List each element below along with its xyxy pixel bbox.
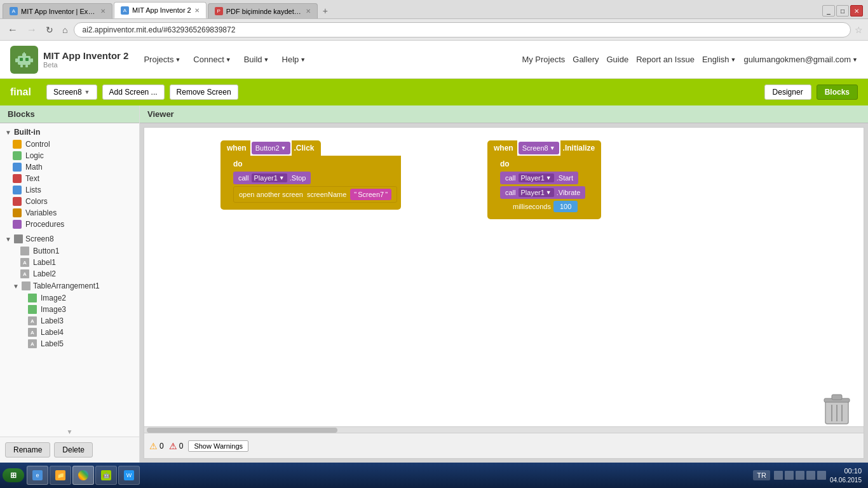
nav-connect[interactable]: Connect ▼ <box>188 52 236 67</box>
block2-call1-component: Player1▼ <box>519 173 554 182</box>
screen8-header[interactable]: ▼ Screen8 <box>0 233 139 245</box>
report-issue-link[interactable]: Report an Issue <box>636 55 695 64</box>
sidebar-item-label4[interactable]: A Label4 <box>0 327 139 338</box>
nav-connect-arrow: ▼ <box>226 57 231 63</box>
sidebar-item-label1[interactable]: A Label1 <box>0 257 139 268</box>
minimize-btn[interactable]: _ <box>822 5 835 17</box>
sidebar-item-image3[interactable]: Image3 <box>0 304 139 315</box>
block1-header: when Button2 ▼ .Click <box>220 140 401 156</box>
canvas-hscrollbar[interactable] <box>144 426 864 433</box>
sidebar-item-text[interactable]: Text <box>0 173 139 184</box>
project-name: final <box>10 86 31 98</box>
block1-component-arrow: ▼ <box>281 145 287 151</box>
sidebar-content: ▼ Built-in Control Logic Math <box>0 123 139 426</box>
nav-help[interactable]: Help ▼ <box>277 52 311 67</box>
label5-icon: A <box>28 339 37 348</box>
close-icon[interactable]: ✕ <box>100 8 105 15</box>
close-icon-active[interactable]: ✕ <box>194 7 200 14</box>
address-input[interactable] <box>74 22 851 37</box>
close-icon-pdf[interactable]: ✕ <box>306 8 311 15</box>
scrollbar-thumb[interactable] <box>147 428 337 433</box>
sidebar-item-label3[interactable]: A Label3 <box>0 315 139 327</box>
block1-call1[interactable]: call Player1▼ .Stop <box>233 172 311 184</box>
sidebar: Blocks ▼ Built-in Control Logic <box>0 105 140 463</box>
user-email[interactable]: gulumangokmen@gmail.com ▼ <box>744 55 858 64</box>
logo-beta: Beta <box>43 61 128 69</box>
new-tab-btn[interactable]: + <box>319 4 332 17</box>
close-window-btn[interactable]: ✕ <box>850 5 863 17</box>
rename-btn[interactable]: Rename <box>5 442 50 458</box>
sidebar-item-image2[interactable]: Image2 <box>0 292 139 304</box>
screen-selector-btn[interactable]: Screen8 ▼ <box>46 85 97 100</box>
sidebar-item-procedures[interactable]: Procedures <box>0 219 139 230</box>
taskbar-item-android[interactable]: 🤖 <box>95 466 117 485</box>
sidebar-item-variables[interactable]: Variables <box>0 207 139 219</box>
add-screen-btn[interactable]: Add Screen ... <box>102 85 165 100</box>
logic-label: Logic <box>25 151 44 160</box>
designer-btn[interactable]: Designer <box>764 85 811 100</box>
taskbar-item-app5[interactable]: W <box>118 466 140 485</box>
my-projects-link[interactable]: My Projects <box>522 55 565 64</box>
builtin-header[interactable]: ▼ Built-in <box>0 126 139 139</box>
math-color-box <box>13 163 22 172</box>
gallery-link[interactable]: Gallery <box>573 55 599 64</box>
trash-icon[interactable] <box>823 393 851 426</box>
nav-projects[interactable]: Projects ▼ <box>139 52 186 67</box>
sidebar-scroll-indicator: ▼ <box>0 426 139 437</box>
start-button[interactable]: ⊞ <box>3 468 24 482</box>
block2-call1[interactable]: call Player1▼ .Start <box>500 172 578 184</box>
tab-active[interactable]: A MIT App Inventor 2 ✕ <box>114 2 207 18</box>
sidebar-item-label5[interactable]: A Label5 <box>0 338 139 349</box>
show-warnings-btn[interactable]: Show Warnings <box>188 440 248 452</box>
viewer-canvas[interactable]: when Button2 ▼ .Click do call <box>144 127 864 459</box>
reload-btn[interactable]: ↻ <box>43 24 56 36</box>
sidebar-item-lists[interactable]: Lists <box>0 184 139 196</box>
button1-label: Button1 <box>33 247 59 255</box>
block1-call1-component: Player1▼ <box>252 173 287 182</box>
builtin-label: Built-in <box>14 128 40 137</box>
block2-call1-method: .Start <box>557 174 573 182</box>
bookmark-icon[interactable]: ☆ <box>855 25 863 35</box>
svg-rect-8 <box>25 65 28 67</box>
label1-label: Label1 <box>33 258 56 267</box>
screen8-label: Screen8 <box>25 234 54 243</box>
block-group-1: when Button2 ▼ .Click do call <box>220 140 401 210</box>
home-btn[interactable]: ⌂ <box>60 24 70 36</box>
block1-row1: call Player1▼ .Stop <box>233 172 397 184</box>
sidebar-item-math[interactable]: Math <box>0 161 139 173</box>
block2-call2[interactable]: call Player1▼ .Vibrate <box>500 186 585 199</box>
table-arrangement-header[interactable]: ▼ TableArrangement1 <box>0 280 139 292</box>
label3-icon: A <box>28 316 37 325</box>
explorer-icon: 📁 <box>55 470 65 480</box>
errors-count: 0 <box>179 442 184 451</box>
guide-link[interactable]: Guide <box>606 55 628 64</box>
block2-value-100[interactable]: 100 <box>553 201 578 212</box>
delete-btn[interactable]: Delete <box>54 442 93 458</box>
sidebar-item-logic[interactable]: Logic <box>0 150 139 161</box>
taskbar-item-explorer[interactable]: 📁 <box>50 466 71 485</box>
block2-component[interactable]: Screen8 ▼ <box>519 142 559 154</box>
sidebar-item-colors[interactable]: Colors <box>0 196 139 207</box>
sidebar-item-button1[interactable]: Button1 <box>0 245 139 257</box>
tab-pdf[interactable]: P PDF biçiminde kaydetme ✕ <box>208 3 318 18</box>
block1-screen-value[interactable]: " Screen7 " <box>350 189 391 200</box>
screen8-icon <box>14 234 23 243</box>
blocks-btn[interactable]: Blocks <box>817 85 858 100</box>
sidebar-item-control[interactable]: Control <box>0 139 139 150</box>
variables-color-box <box>13 208 22 217</box>
block1-component[interactable]: Button2 ▼ <box>252 142 290 154</box>
remove-screen-btn[interactable]: Remove Screen <box>170 85 238 100</box>
taskbar-item-chrome[interactable] <box>72 466 94 485</box>
block1-open[interactable]: open another screen screenName " Screen7… <box>233 186 397 203</box>
language-indicator[interactable]: TR <box>753 470 770 480</box>
forward-btn[interactable]: → <box>24 23 39 37</box>
taskbar-clock: 00:10 04.06.2015 <box>830 466 862 484</box>
sidebar-item-label2[interactable]: A Label2 <box>0 268 139 280</box>
language-btn[interactable]: English ▼ <box>702 55 736 64</box>
restore-btn[interactable]: □ <box>836 5 849 17</box>
tab[interactable]: A MIT App Inventor | Explo... ✕ <box>3 3 112 18</box>
nav-projects-label: Projects <box>144 55 173 64</box>
nav-build[interactable]: Build ▼ <box>239 52 275 67</box>
back-btn[interactable]: ← <box>5 23 20 37</box>
taskbar-item-ie[interactable]: e <box>27 466 48 485</box>
